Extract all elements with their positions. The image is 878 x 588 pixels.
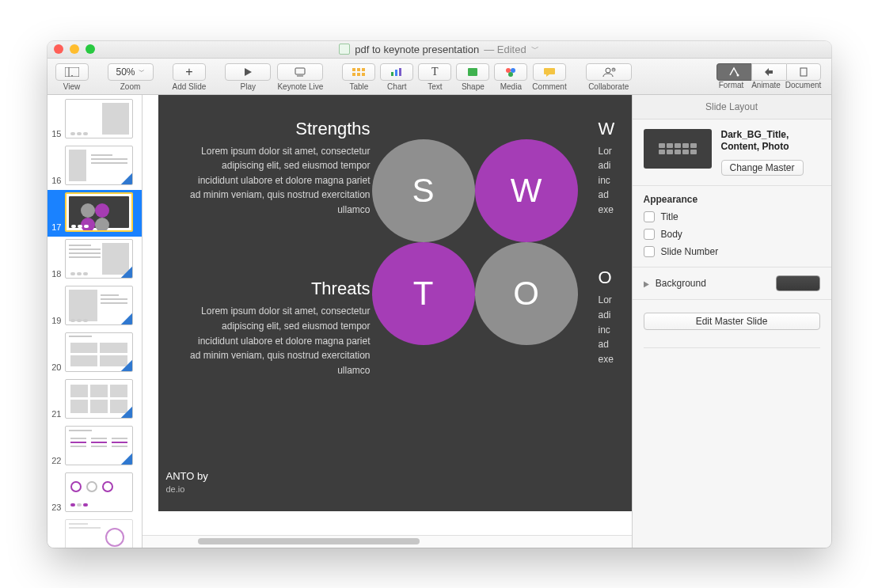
- svg-rect-9: [352, 73, 355, 76]
- strengths-title: Strengths: [181, 119, 371, 139]
- edit-master-slide-button[interactable]: Edit Master Slide: [644, 313, 820, 330]
- svg-point-21: [606, 68, 610, 73]
- slide-number: 20: [51, 362, 62, 372]
- keynote-live-button[interactable]: [277, 63, 323, 81]
- threats-block[interactable]: Threats Lorem ipsum dolor sit amet, cons…: [181, 279, 371, 377]
- svg-rect-14: [399, 68, 401, 76]
- checkbox-icon: [644, 211, 655, 222]
- background-label: Background: [656, 278, 706, 289]
- table-button[interactable]: [342, 63, 375, 81]
- swot-o-bubble: O: [475, 242, 578, 345]
- media-button[interactable]: [494, 63, 527, 81]
- svg-rect-26: [800, 68, 807, 76]
- change-master-button[interactable]: Change Master: [721, 160, 804, 176]
- swot-diagram[interactable]: S W T O: [372, 139, 578, 345]
- inspector-tabs-group: Format Animate Document: [714, 63, 823, 89]
- swot-s-letter: S: [412, 172, 434, 210]
- svg-rect-10: [357, 73, 360, 76]
- chevron-down-icon: ﹀: [139, 67, 145, 76]
- swot-o-letter: O: [513, 275, 539, 313]
- body-checkbox[interactable]: Body: [644, 229, 820, 240]
- slide-thumb[interactable]: 20: [48, 330, 142, 377]
- master-thumbnail[interactable]: [644, 129, 712, 169]
- comment-button[interactable]: [533, 63, 566, 81]
- weaknesses-block[interactable]: W Lor adi inc ad exe: [599, 119, 632, 218]
- animate-tab[interactable]: [751, 63, 786, 81]
- collaborate-button[interactable]: +: [586, 63, 632, 81]
- strengths-block[interactable]: Strengths Lorem ipsum dolor sit amet, co…: [181, 119, 371, 218]
- scroll-thumb[interactable]: [198, 538, 420, 544]
- view-button[interactable]: [55, 63, 89, 81]
- chevron-down-icon[interactable]: ﹀: [531, 44, 539, 55]
- slide-number-checkbox[interactable]: Slide Number: [644, 246, 820, 257]
- background-color-swatch[interactable]: [776, 275, 820, 291]
- weaknesses-body: Lor adi inc ad exe: [599, 144, 632, 218]
- svg-point-17: [511, 68, 515, 73]
- slide-thumb[interactable]: 16: [48, 143, 142, 190]
- chart-button[interactable]: [380, 63, 413, 81]
- text-button[interactable]: T: [418, 63, 451, 81]
- document-tab[interactable]: [786, 63, 821, 81]
- svg-marker-3: [245, 68, 252, 76]
- animate-label: Animate: [749, 81, 784, 89]
- divider: [644, 347, 820, 348]
- slide-thumb[interactable]: 15: [48, 97, 142, 143]
- opportunities-block[interactable]: O Lor adi inc ad exe: [599, 267, 632, 366]
- footer-sub: de.io: [166, 484, 208, 495]
- slide-navigator[interactable]: 15 16 17 18 19 20: [48, 95, 143, 548]
- right-text-column: W Lor adi inc ad exe O Lor adi inc ad ex…: [599, 119, 632, 367]
- svg-point-24: [737, 74, 739, 76]
- slide-thumb[interactable]: 19: [48, 283, 142, 330]
- slide-thumb[interactable]: 18: [48, 237, 142, 283]
- opportunities-body: Lor adi inc ad exe: [599, 293, 632, 366]
- format-inspector: Slide Layout Dark_BG_Title, Content, Pho…: [632, 95, 831, 548]
- swot-w-letter: W: [511, 172, 542, 210]
- master-name-line2: Content, Photo: [721, 141, 804, 154]
- window-title: pdf to keynote presentation — Edited ﹀: [48, 44, 831, 55]
- horizontal-scrollbar[interactable]: [143, 535, 632, 548]
- collaborate-group: + Collaborate: [586, 63, 632, 91]
- keynote-live-group: Keynote Live: [277, 63, 323, 91]
- svg-rect-15: [468, 68, 477, 76]
- zoom-value: 50%: [116, 66, 135, 78]
- format-tab[interactable]: [716, 63, 751, 81]
- slide-thumb[interactable]: 23: [48, 470, 142, 517]
- swot-t-bubble: T: [372, 242, 475, 345]
- slide-number: 22: [51, 456, 62, 465]
- svg-rect-12: [391, 72, 393, 76]
- zoom-button[interactable]: 50% ﹀: [108, 63, 154, 81]
- svg-rect-19: [544, 68, 555, 74]
- svg-rect-7: [357, 68, 360, 71]
- threats-title: Threats: [181, 279, 371, 299]
- media-label: Media: [500, 82, 522, 91]
- slide-thumb-selected[interactable]: 17: [48, 190, 142, 237]
- slide: Strengths Lorem ipsum dolor sit amet, co…: [158, 95, 632, 511]
- slide-number: 18: [51, 269, 62, 279]
- master-row: Dark_BG_Title, Content, Photo Change Mas…: [633, 119, 831, 186]
- text-label: Text: [428, 82, 442, 91]
- maximize-button[interactable]: [86, 44, 95, 54]
- shape-button[interactable]: [456, 63, 489, 81]
- minimize-button[interactable]: [70, 44, 79, 54]
- slide-number: 23: [51, 503, 62, 512]
- body-checkbox-label: Body: [661, 229, 682, 240]
- slide-thumb[interactable]: [48, 517, 142, 548]
- slide-thumb[interactable]: 22: [48, 423, 142, 470]
- slide-number: 19: [51, 316, 62, 325]
- add-slide-button[interactable]: +: [173, 63, 206, 81]
- close-button[interactable]: [54, 44, 63, 54]
- title-checkbox[interactable]: Title: [644, 211, 820, 222]
- svg-marker-25: [765, 68, 773, 76]
- opportunities-title: O: [599, 267, 632, 288]
- slide-thumb[interactable]: 21: [48, 377, 142, 423]
- view-label: View: [63, 82, 81, 91]
- background-row[interactable]: ▶ Background: [633, 267, 831, 300]
- disclosure-triangle-icon[interactable]: ▶: [644, 279, 649, 288]
- slide-canvas[interactable]: Strengths Lorem ipsum dolor sit amet, co…: [143, 95, 632, 535]
- play-button[interactable]: [225, 63, 271, 81]
- slide-footer[interactable]: ANTO by de.io: [166, 470, 208, 495]
- slide-number: 16: [51, 176, 62, 185]
- svg-rect-8: [362, 68, 365, 71]
- svg-rect-4: [295, 68, 305, 74]
- app-window: pdf to keynote presentation — Edited ﹀ V…: [48, 41, 831, 548]
